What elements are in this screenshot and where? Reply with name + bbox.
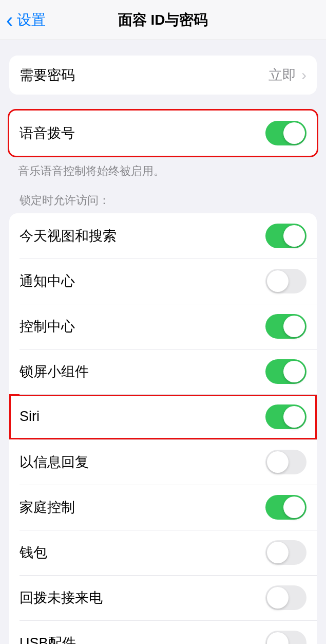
- locked-item-row[interactable]: Siri: [9, 394, 317, 439]
- locked-item-label: 家庭控制: [20, 498, 75, 517]
- locked-item-label: Siri: [20, 409, 40, 425]
- locked-item-toggle[interactable]: [265, 631, 306, 644]
- locked-item-toggle[interactable]: [265, 224, 306, 248]
- locked-item-label: 回拨未接来电: [20, 588, 103, 607]
- locked-item-label: 控制中心: [20, 317, 75, 336]
- voice-dial-footer: 音乐语音控制将始终被启用。: [8, 157, 318, 179]
- require-passcode-row[interactable]: 需要密码 立即 ›: [9, 56, 317, 95]
- locked-item-toggle[interactable]: [265, 495, 306, 520]
- locked-item-row[interactable]: 通知中心: [9, 259, 317, 304]
- voice-dial-toggle[interactable]: [265, 121, 306, 145]
- locked-item-label: 通知中心: [20, 272, 75, 290]
- voice-dial-group: 语音拨号 音乐语音控制将始终被启用。: [8, 109, 318, 179]
- locked-item-row[interactable]: USB配件: [9, 620, 317, 644]
- locked-item-toggle[interactable]: [265, 585, 306, 610]
- locked-item-label: USB配件: [20, 634, 76, 644]
- chevron-right-icon: ›: [301, 67, 306, 83]
- locked-item-label: 钱包: [20, 543, 47, 562]
- locked-item-row[interactable]: 以信息回复: [9, 439, 317, 485]
- locked-item-toggle[interactable]: [265, 540, 306, 565]
- voice-dial-label: 语音拨号: [20, 124, 75, 142]
- require-passcode-value: 立即: [269, 66, 296, 84]
- back-label: 设置: [17, 10, 46, 30]
- require-passcode-label: 需要密码: [20, 66, 75, 84]
- locked-item-toggle[interactable]: [265, 359, 306, 384]
- back-button[interactable]: ‹ 设置: [0, 10, 46, 30]
- locked-item-row[interactable]: 回拨未接来电: [9, 575, 317, 620]
- passcode-group: 需要密码 立即 ›: [9, 56, 317, 95]
- locked-item-row[interactable]: 锁屏小组件: [9, 349, 317, 394]
- locked-item-label: 今天视图和搜索: [20, 227, 117, 245]
- locked-item-row[interactable]: 控制中心: [9, 304, 317, 349]
- locked-access-header: 锁定时允许访问：: [9, 179, 326, 213]
- voice-dial-row[interactable]: 语音拨号: [9, 111, 317, 156]
- locked-item-row[interactable]: 今天视图和搜索: [9, 213, 317, 259]
- locked-access-group: 今天视图和搜索通知中心控制中心锁屏小组件Siri以信息回复家庭控制钱包回拨未接来…: [9, 213, 317, 644]
- locked-item-label: 锁屏小组件: [20, 362, 89, 381]
- locked-item-row[interactable]: 钱包: [9, 530, 317, 575]
- locked-item-row[interactable]: 家庭控制: [9, 485, 317, 530]
- nav-bar: ‹ 设置 面容 ID与密码: [0, 0, 326, 40]
- locked-item-toggle[interactable]: [265, 269, 306, 293]
- locked-item-toggle[interactable]: [265, 314, 306, 339]
- content: 需要密码 立即 › 语音拨号 音乐语音控制将始终被启用。 锁定时允许访问： 今天…: [0, 56, 326, 644]
- page-title: 面容 ID与密码: [118, 10, 208, 30]
- locked-item-toggle[interactable]: [265, 450, 306, 474]
- chevron-left-icon: ‹: [6, 10, 13, 30]
- locked-item-toggle[interactable]: [265, 404, 306, 429]
- locked-item-label: 以信息回复: [20, 453, 89, 471]
